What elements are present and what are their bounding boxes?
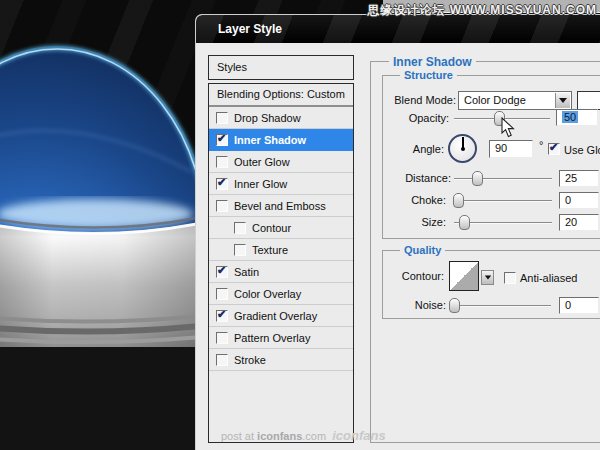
checkbox-icon[interactable]: ✔ bbox=[216, 200, 228, 212]
watermark-bottom: post at iconfans.comiconfans bbox=[221, 428, 386, 443]
blend-mode-select[interactable]: Color Dodge bbox=[458, 91, 572, 110]
chevron-down-icon bbox=[559, 98, 567, 103]
checkbox-icon[interactable]: ✔ bbox=[216, 332, 228, 344]
quality-legend: Quality bbox=[400, 244, 445, 257]
contour-dropdown-button[interactable] bbox=[481, 270, 494, 285]
contour-thumbnail[interactable] bbox=[449, 261, 479, 291]
chevron-down-icon bbox=[484, 276, 490, 280]
choke-slider-track[interactable] bbox=[454, 200, 552, 202]
checkmark-icon: ✔ bbox=[217, 308, 226, 320]
style-item-label: Pattern Overlay bbox=[234, 332, 310, 344]
watermark-site: iconfans bbox=[257, 430, 302, 442]
checkmark-icon: ✔ bbox=[549, 141, 558, 153]
checkbox-icon[interactable]: ✔ bbox=[216, 354, 228, 366]
checkbox-icon[interactable]: ✔ bbox=[216, 134, 228, 146]
distance-value: 25 bbox=[565, 172, 577, 184]
distance-slider-track[interactable] bbox=[454, 178, 552, 180]
angle-hub-icon bbox=[461, 147, 465, 151]
checkbox-icon[interactable]: ✔ bbox=[216, 112, 228, 124]
choke-input[interactable]: 0 bbox=[559, 192, 599, 209]
layer-style-dialog: Layer Style Styles Blending Options: Cus… bbox=[195, 14, 600, 450]
noise-slider-track[interactable] bbox=[449, 305, 551, 307]
style-list-item[interactable]: ✔ Inner Glow bbox=[209, 173, 353, 195]
checkbox-icon[interactable]: ✔ bbox=[234, 244, 246, 256]
style-item-label: Bevel and Emboss bbox=[234, 200, 326, 212]
style-list-item[interactable]: ✔ Pattern Overlay bbox=[209, 327, 353, 349]
angle-degree-unit: ° bbox=[539, 139, 543, 151]
noise-label: Noise: bbox=[341, 299, 446, 312]
style-list-item[interactable]: ✔ Color Overlay bbox=[209, 283, 353, 305]
opacity-value: 50 bbox=[562, 111, 578, 123]
screen: Layer Style Styles Blending Options: Cus… bbox=[0, 0, 600, 450]
style-list-item[interactable]: ✔ Texture bbox=[209, 239, 353, 261]
style-list-item[interactable]: ✔ Bevel and Emboss bbox=[209, 195, 353, 217]
dialog-titlebar[interactable]: Layer Style bbox=[196, 15, 600, 43]
watermark-tld: .com bbox=[302, 430, 326, 442]
noise-value: 0 bbox=[565, 299, 571, 311]
style-list-item[interactable]: ✔ Contour bbox=[209, 217, 353, 239]
shadow-color-swatch[interactable] bbox=[577, 91, 600, 110]
style-item-label: Inner Shadow bbox=[234, 134, 306, 146]
checkbox-icon[interactable]: ✔ bbox=[216, 178, 228, 190]
style-list-item[interactable]: ✔ Gradient Overlay bbox=[209, 305, 353, 327]
style-list-item[interactable]: ✔ Outer Glow bbox=[209, 151, 353, 173]
style-list-item[interactable]: ✔ Satin bbox=[209, 261, 353, 283]
checkmark-icon: ✔ bbox=[217, 176, 226, 188]
contour-label: Contour: bbox=[339, 270, 444, 283]
anti-aliased-checkbox[interactable]: ✔ bbox=[504, 272, 516, 284]
size-label: Size: bbox=[341, 216, 446, 229]
style-item-label: Color Overlay bbox=[234, 288, 301, 300]
style-item-label: Texture bbox=[252, 244, 288, 256]
checkbox-icon[interactable]: ✔ bbox=[234, 222, 246, 234]
inner-shadow-section-title: Inner Shadow bbox=[389, 55, 476, 69]
use-global-light-label: Use Global Light bbox=[564, 144, 600, 156]
opacity-label: Opacity: bbox=[344, 112, 449, 125]
styles-list: ✔ Drop Shadow ✔ Inner Shadow ✔ Outer Glo… bbox=[209, 107, 353, 371]
watermark-prefix: post at bbox=[221, 430, 257, 442]
distance-label: Distance: bbox=[346, 172, 451, 185]
style-item-label: Gradient Overlay bbox=[234, 310, 317, 322]
checkmark-icon: ✔ bbox=[217, 264, 226, 276]
blend-mode-label: Blend Mode: bbox=[351, 94, 456, 107]
checkbox-icon[interactable]: ✔ bbox=[216, 288, 228, 300]
dialog-title: Layer Style bbox=[218, 22, 282, 36]
checkbox-icon[interactable]: ✔ bbox=[216, 310, 228, 322]
blend-mode-value: Color Dodge bbox=[464, 94, 526, 106]
size-input[interactable]: 20 bbox=[559, 214, 599, 231]
noise-input[interactable]: 0 bbox=[559, 297, 599, 314]
checkmark-icon: ✔ bbox=[217, 132, 226, 144]
checkbox-icon[interactable]: ✔ bbox=[216, 156, 228, 168]
opacity-input[interactable]: 50 bbox=[556, 109, 598, 126]
style-item-label: Drop Shadow bbox=[234, 112, 301, 124]
choke-value: 0 bbox=[565, 194, 571, 206]
angle-label: Angle: bbox=[339, 143, 444, 156]
styles-listbox: Blending Options: Custom ✔ Drop Shadow ✔… bbox=[208, 83, 354, 443]
angle-dial[interactable] bbox=[448, 134, 477, 163]
distance-input[interactable]: 25 bbox=[559, 170, 599, 187]
choke-label: Choke: bbox=[341, 194, 446, 207]
blending-options-row[interactable]: Blending Options: Custom bbox=[209, 84, 353, 107]
noise-slider-thumb[interactable] bbox=[449, 298, 460, 313]
angle-value: 90 bbox=[495, 142, 507, 154]
structure-legend: Structure bbox=[400, 69, 457, 82]
blend-mode-dropdown-button[interactable] bbox=[555, 93, 570, 108]
style-item-label: Contour bbox=[252, 222, 291, 234]
style-item-label: Outer Glow bbox=[234, 156, 290, 168]
size-value: 20 bbox=[565, 216, 577, 228]
checkbox-icon[interactable]: ✔ bbox=[216, 266, 228, 278]
cursor-icon bbox=[501, 117, 515, 142]
style-list-item[interactable]: ✔ Drop Shadow bbox=[209, 107, 353, 129]
style-list-item[interactable]: ✔ Inner Shadow bbox=[209, 129, 353, 151]
watermark-logo: iconfans bbox=[332, 428, 385, 443]
choke-slider-thumb[interactable] bbox=[453, 193, 464, 208]
distance-slider-thumb[interactable] bbox=[472, 171, 483, 186]
style-item-label: Inner Glow bbox=[234, 178, 287, 190]
dome-image bbox=[0, 0, 195, 450]
anti-aliased-label: Anti-aliased bbox=[520, 272, 577, 284]
size-slider-thumb[interactable] bbox=[459, 215, 470, 230]
style-list-item[interactable]: ✔ Stroke bbox=[209, 349, 353, 371]
use-global-light-checkbox[interactable]: ✔ bbox=[548, 143, 560, 155]
angle-input[interactable]: 90 bbox=[489, 140, 533, 158]
styles-header: Styles bbox=[208, 55, 354, 80]
style-item-label: Satin bbox=[234, 266, 259, 278]
